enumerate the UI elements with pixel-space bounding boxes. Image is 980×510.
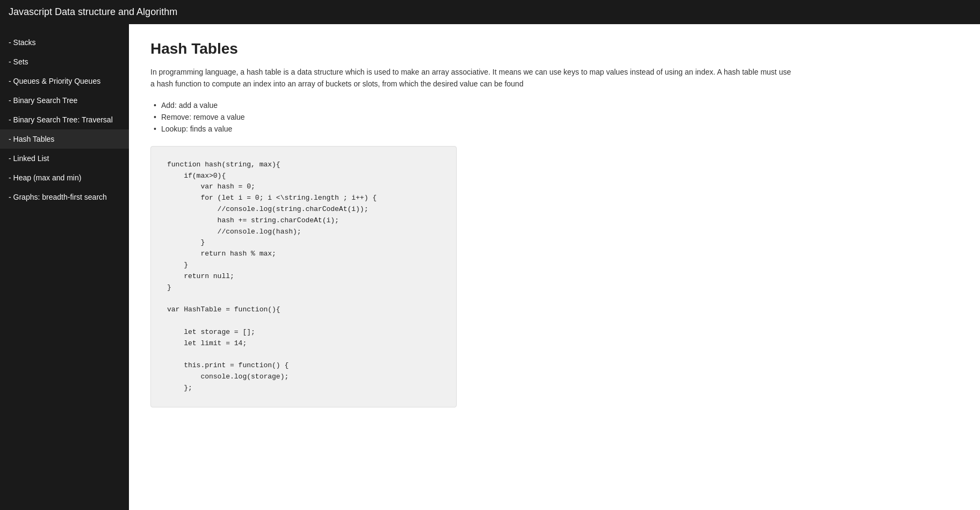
sidebar-item-graphs[interactable]: - Graphs: breadth-first search bbox=[0, 187, 129, 207]
main-content: Hash Tables In programming language, a h… bbox=[129, 24, 980, 510]
sidebar-item-stacks[interactable]: - Stacks bbox=[0, 33, 129, 52]
sidebar-item-sets[interactable]: - Sets bbox=[0, 52, 129, 71]
bullet-item: Lookup: finds a value bbox=[161, 125, 959, 133]
sidebar-item-bst[interactable]: - Binary Search Tree bbox=[0, 91, 129, 110]
page-title: Hash Tables bbox=[150, 40, 959, 57]
feature-list: Add: add a valueRemove: remove a valueLo… bbox=[161, 101, 959, 133]
bullet-item: Remove: remove a value bbox=[161, 113, 959, 121]
code-block: function hash(string, max){ if(max>0){ v… bbox=[150, 146, 457, 407]
app-title: Javascript Data structure and Algorithm bbox=[9, 6, 177, 17]
page-description: In programming language, a hash table is… bbox=[150, 66, 795, 90]
sidebar-item-heap[interactable]: - Heap (max and min) bbox=[0, 168, 129, 187]
sidebar: - Stacks- Sets- Queues & Priority Queues… bbox=[0, 24, 129, 510]
sidebar-item-bst-traversal[interactable]: - Binary Search Tree: Traversal bbox=[0, 110, 129, 129]
app-header: Javascript Data structure and Algorithm bbox=[0, 0, 980, 24]
sidebar-item-hash-tables[interactable]: - Hash Tables bbox=[0, 129, 129, 149]
bullet-item: Add: add a value bbox=[161, 101, 959, 110]
sidebar-item-linked-list[interactable]: - Linked List bbox=[0, 149, 129, 168]
sidebar-item-queues[interactable]: - Queues & Priority Queues bbox=[0, 71, 129, 91]
